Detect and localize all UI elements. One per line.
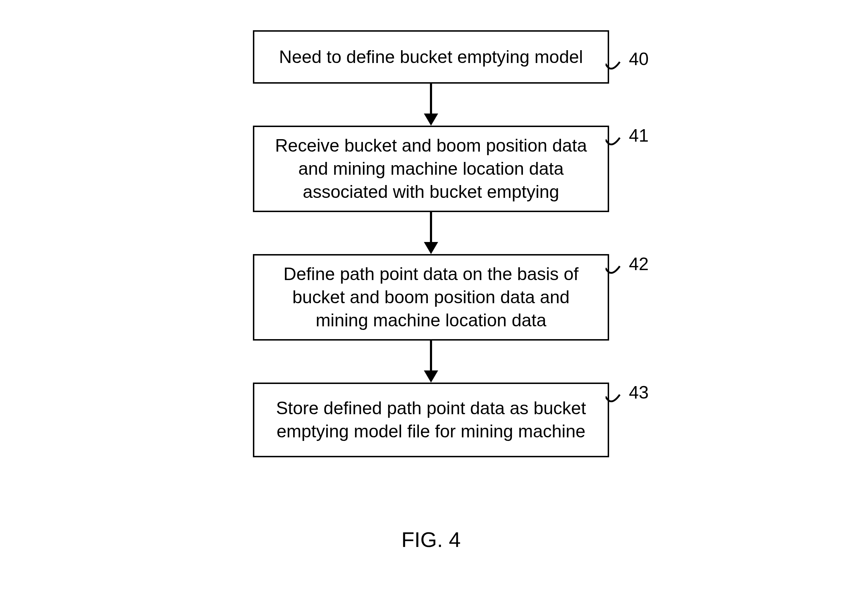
flow-step-text: Store defined path point data as bucket … [269, 397, 593, 443]
arrow-head-icon [424, 113, 438, 126]
arrow-line [430, 341, 432, 371]
flow-step-40: Need to define bucket emptying model 40 [253, 30, 609, 83]
flow-arrow [424, 212, 438, 254]
flow-arrow [424, 83, 438, 126]
flow-step-43: Store defined path point data as bucket … [253, 383, 609, 457]
flow-step-label: 40 [629, 48, 649, 71]
flow-step-label: 41 [629, 124, 649, 147]
callout-tick [605, 264, 623, 282]
arrow-line [430, 212, 432, 242]
flow-arrow [424, 341, 438, 383]
flow-step-text: Define path point data on the basis of b… [269, 262, 593, 332]
flow-step-text: Need to define bucket emptying model [279, 46, 583, 69]
callout-tick [605, 136, 623, 154]
callout-tick [605, 60, 623, 78]
flow-step-42: Define path point data on the basis of b… [253, 254, 609, 341]
flow-step-text: Receive bucket and boom position data an… [269, 134, 593, 204]
arrow-head-icon [424, 242, 438, 254]
flow-step-41: Receive bucket and boom position data an… [253, 126, 609, 212]
flowchart: Need to define bucket emptying model 40 … [253, 30, 609, 457]
arrow-line [430, 83, 432, 114]
flow-step-label: 42 [629, 253, 649, 276]
flow-step-label: 43 [629, 381, 649, 404]
figure-caption: FIG. 4 [402, 527, 461, 552]
arrow-head-icon [424, 371, 438, 383]
callout-tick [605, 393, 623, 411]
